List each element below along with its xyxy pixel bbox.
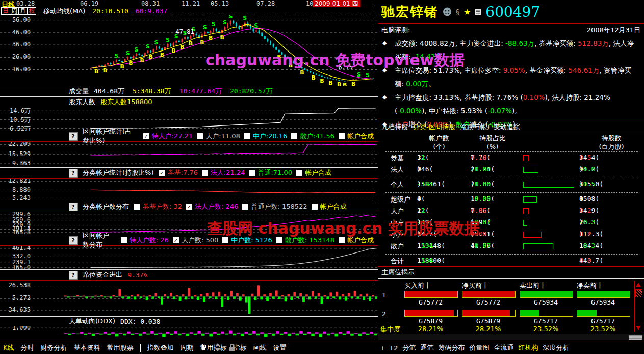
scroll-down-arrow[interactable] [636, 326, 641, 330]
svg-text:S: S [366, 72, 370, 79]
svg-text:S: S [154, 39, 159, 46]
toolbar-tab-筹码分布[interactable]: 筹码分布 [438, 343, 465, 352]
shareholders-chart-panel[interactable]: 14.6万10.5万6.52万 [0, 106, 378, 131]
panel-header-shareholders: 股东人数 股东人数158800 [0, 97, 378, 106]
toolbar-tab-指数叠加[interactable]: 指数叠加 [147, 343, 174, 352]
p6-plot [0, 326, 378, 341]
help-icon[interactable]: ? [69, 271, 78, 280]
seat-volume-bar [404, 291, 458, 298]
seat-row-label: 1 [382, 291, 386, 299]
holding-pct-bar [523, 232, 542, 238]
checkbox-unchecked[interactable] [249, 170, 255, 176]
concentration-value: 23.52% [520, 325, 572, 333]
checkbox-unchecked[interactable] [197, 133, 203, 139]
checkbox-checked[interactable]: ✓ [173, 237, 179, 243]
svg-text:B: B [94, 68, 98, 75]
updown-icon[interactable] [215, 343, 221, 353]
toolbar-tab-财务分析[interactable]: 财务分析 [41, 343, 67, 352]
checkbox-unchecked[interactable] [121, 237, 127, 243]
row-name: 大户 [391, 207, 404, 216]
legend-label: 大户:11.08 [205, 132, 240, 141]
ddx-chart[interactable]: 1.000 [0, 326, 378, 341]
period-tab-权[interactable]: 权 [28, 8, 36, 14]
checkbox-unchecked[interactable] [296, 170, 302, 176]
period-tab-日[interactable]: 日 [2, 8, 10, 14]
legend-label: 券基:7.76 [168, 168, 198, 178]
toolbar-tab-红机构[interactable]: 红机构 [518, 343, 538, 352]
lock-icon[interactable] [228, 344, 236, 353]
checkbox-unchecked[interactable] [202, 170, 208, 176]
panel-header-ddx: 大单动向(DDX) DDX:-0.038 [0, 316, 378, 326]
legend-item: 帐户合成 [339, 132, 374, 141]
holding-pct-bar [523, 208, 529, 214]
help-icon[interactable]: ? [69, 203, 78, 211]
svg-text:B: B [128, 60, 133, 66]
checkbox-unchecked[interactable] [134, 204, 140, 210]
toolbar-tab-分时[interactable]: 分时 [21, 343, 34, 352]
period-tab-周[interactable]: 周 [10, 8, 19, 14]
help-icon[interactable]: ? [69, 132, 78, 141]
checkbox-unchecked[interactable] [242, 204, 248, 210]
legend: 券基户数: 32✓法人户数: 246普通户数: 158522帐户合成 [134, 202, 351, 211]
toolbar-tab-分笔[interactable]: 分笔 [402, 343, 416, 352]
seat-column-header: 卖出前十 [520, 281, 546, 290]
toolbar-tab-周期[interactable]: 周期 [181, 343, 194, 352]
toolbar-left-group: K线分时财务分析基本资料常用股票指数叠加周期常用指标指标画线设置 [3, 341, 287, 354]
seat-column-header: 净卖前十 [577, 281, 603, 290]
toolbar-tab-画线[interactable]: 画线 [253, 343, 267, 352]
checkbox-unchecked[interactable] [291, 133, 297, 139]
legend-item: 中户:20.16 [244, 132, 288, 141]
scroll-up-arrow[interactable] [636, 283, 641, 287]
legend-item: ✓特大户:27.21 [143, 132, 193, 141]
help-icon[interactable]: ? [69, 236, 78, 245]
toolbar-tab-全流通[interactable]: 全流通 [494, 343, 513, 352]
ma-legend-row: 日周月权 移动均线(MA) 20:10.510 60:9.037 [0, 7, 378, 15]
toolbar-tab-+[interactable]: + [380, 344, 385, 352]
shareholders-count: 股东人数158800 [100, 97, 152, 107]
toolbar-tab-K线[interactable]: K线 [3, 343, 14, 352]
hscroll-thumb[interactable] [629, 335, 642, 340]
checkbox-checked[interactable]: ✓ [159, 170, 165, 176]
checkbox-unchecked[interactable] [312, 204, 318, 210]
checkbox-unchecked[interactable] [339, 133, 345, 139]
toolbar-tab-价量图[interactable]: 价量图 [469, 343, 489, 352]
seat-name: G75879 [462, 317, 514, 325]
holdings-row-合计: 合计158800(-194)443.7(0.0) [378, 257, 644, 267]
concentration-label: 集中度 [380, 325, 400, 334]
toolbar-tab-L2[interactable]: L2 [390, 344, 398, 352]
toolbar-tab-基本资料[interactable]: 基本资料 [74, 343, 100, 352]
panel-header-class-account-pct: ? 分类帐户统计(持股比%) ✓券基:7.76法人:21.24普通:71.00帐… [0, 167, 378, 179]
checkbox-unchecked[interactable] [244, 133, 250, 139]
svg-text:B: B [103, 67, 107, 74]
svg-text:B: B [200, 39, 204, 46]
seat-funds-chart[interactable]: 26.538-5.272-34.635 [0, 281, 378, 316]
horizontal-scrollbar[interactable] [378, 334, 644, 340]
legend-item: 普通户数: 158522 [242, 202, 307, 211]
svg-text:B: B [320, 78, 324, 84]
class-account-pct-chart[interactable]: 12.8218.8805.243 [0, 179, 378, 201]
toolbar-tab-深度分析[interactable]: 深度分析 [543, 343, 569, 352]
checkbox-checked[interactable]: ✓ [186, 204, 192, 210]
toolbar-tab-设置[interactable]: 设置 [273, 343, 287, 352]
checkbox-checked[interactable]: ✓ [143, 133, 149, 139]
period-tab-月[interactable]: 月 [19, 8, 28, 14]
panel-header-interval-account-pct: ? 区间帐户统计(占盘比%) ✓特大户:27.21大户:11.08中户:20.1… [0, 131, 378, 142]
legend-label: 帐户合成 [305, 168, 331, 178]
holdings-row-个人: 个人158461(-193)71.00(-0.06)315.0(-0.5) [378, 180, 644, 191]
toolbar-tab-逐笔[interactable]: 逐笔 [420, 343, 433, 352]
date-tick: 10 [306, 0, 313, 7]
seat-name: G75934 [520, 298, 572, 306]
svg-text:S: S [134, 46, 138, 53]
crosshair-date-badge: 2009-01-01 四 [313, 0, 360, 7]
axis-tick: 26.538 [0, 282, 31, 289]
interval-account-count-chart[interactable]: 461.4332.0239.1165.0 [0, 246, 378, 269]
row-separator [385, 151, 638, 152]
vertical-scrollbar[interactable] [634, 281, 642, 332]
help-icon[interactable]: ? [69, 169, 78, 178]
interval-account-pct-chart[interactable]: 22.20915.5299.363 [0, 142, 378, 167]
scroll-thumb[interactable] [635, 289, 642, 297]
hand-icon[interactable] [200, 344, 207, 353]
panel-title: 区间帐户数分布 [83, 231, 116, 249]
axis-tick: 26.00 [0, 53, 31, 60]
toolbar-tab-常用股票[interactable]: 常用股票 [107, 343, 134, 352]
